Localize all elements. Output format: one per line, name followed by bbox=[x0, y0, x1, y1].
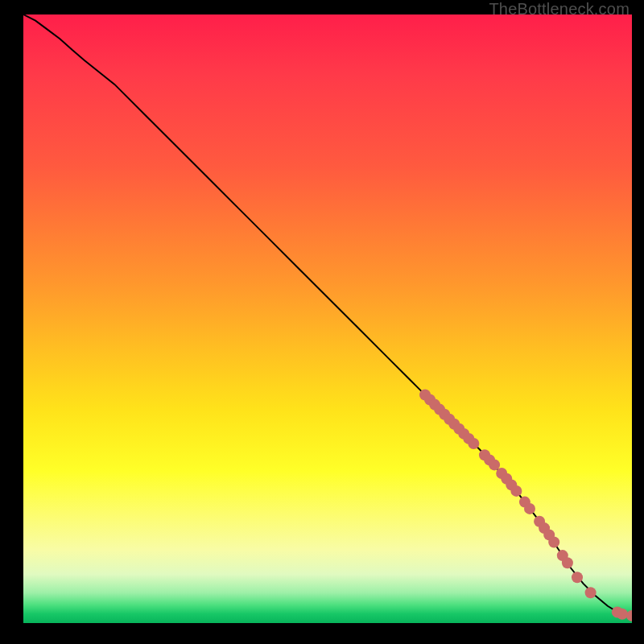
chart-marker bbox=[543, 529, 555, 540]
chart-marker bbox=[489, 459, 500, 470]
chart-marker bbox=[448, 419, 460, 430]
chart-marker bbox=[539, 522, 550, 534]
chart-stage: TheBottleneck.com bbox=[0, 0, 644, 644]
chart-marker bbox=[501, 473, 512, 485]
chart-marker bbox=[626, 610, 632, 621]
chart-marker bbox=[458, 428, 469, 440]
chart-marker bbox=[548, 537, 559, 548]
chart-marker bbox=[463, 433, 474, 444]
chart-plot-area bbox=[23, 14, 632, 623]
chart-marker bbox=[562, 557, 573, 568]
chart-marker bbox=[453, 423, 464, 435]
chart-marker bbox=[434, 404, 445, 415]
chart-marker bbox=[496, 468, 507, 479]
chart-marker bbox=[429, 399, 440, 411]
chart-curve bbox=[23, 14, 632, 616]
chart-marker bbox=[419, 390, 431, 401]
chart-markers bbox=[419, 390, 632, 621]
chart-marker bbox=[612, 606, 623, 617]
chart-marker bbox=[506, 479, 517, 490]
chart-marker bbox=[444, 414, 455, 425]
chart-marker bbox=[424, 394, 436, 406]
chart-marker bbox=[519, 497, 530, 508]
watermark-text: TheBottleneck.com bbox=[489, 0, 630, 19]
chart-marker bbox=[557, 550, 568, 561]
chart-marker bbox=[585, 587, 597, 598]
chart-svg bbox=[23, 14, 632, 623]
chart-marker bbox=[468, 438, 479, 449]
chart-marker bbox=[484, 454, 495, 465]
chart-marker bbox=[572, 572, 583, 583]
chart-marker bbox=[534, 516, 545, 527]
chart-marker bbox=[617, 609, 628, 620]
chart-marker bbox=[479, 449, 490, 460]
chart-marker bbox=[510, 485, 522, 497]
chart-marker bbox=[439, 409, 450, 420]
chart-marker bbox=[524, 503, 535, 514]
